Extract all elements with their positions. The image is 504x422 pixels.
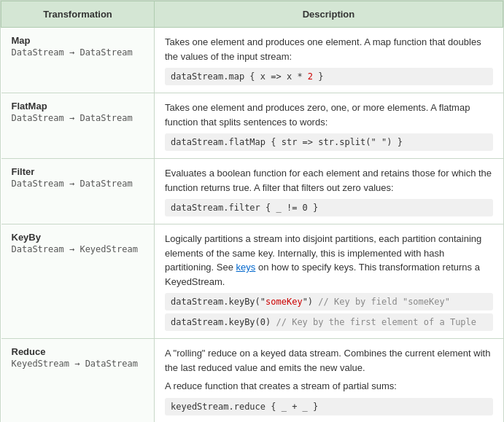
transform-name-filter: Filter	[12, 166, 144, 177]
code-block-keyby-1: dataStream.keyBy(0) // Key by the first …	[165, 313, 493, 331]
desc-text-keyby: Logically partitions a stream into disjo…	[165, 232, 493, 289]
desc-cell-map: Takes one element and produces one eleme…	[155, 28, 503, 93]
header-description: Description	[155, 1, 503, 28]
transform-cell-map: MapDataStream → DataStream	[1, 28, 155, 93]
transform-type-keyby: DataStream → KeyedStream	[12, 244, 144, 254]
code-block-flatmap-0: dataStream.flatMap { str => str.split(" …	[165, 133, 493, 151]
transformation-table: Transformation Description MapDataStream…	[1, 1, 503, 422]
transform-name-reduce: Reduce	[12, 346, 144, 357]
transform-cell-flatmap: FlatMapDataStream → DataStream	[1, 93, 155, 159]
transform-type-filter: DataStream → DataStream	[12, 179, 144, 189]
code-block-keyby-0: dataStream.keyBy("someKey") // Key by fi…	[165, 293, 493, 310]
desc-cell-flatmap: Takes one element and produces zero, one…	[155, 93, 503, 159]
transform-name-keyby: KeyBy	[12, 232, 144, 243]
main-table-container: Transformation Description MapDataStream…	[0, 0, 504, 422]
desc-cell-reduce: A "rolling" reduce on a keyed data strea…	[155, 339, 503, 423]
transform-cell-reduce: ReduceKeyedStream → DataStream	[1, 339, 155, 423]
code-block-map-0: dataStream.map { x => x * 2 }	[165, 68, 493, 85]
transform-cell-filter: FilterDataStream → DataStream	[1, 159, 155, 224]
transform-cell-keyby: KeyByDataStream → KeyedStream	[1, 224, 155, 339]
header-transformation: Transformation	[1, 1, 155, 28]
desc-link-keyby[interactable]: keys	[236, 262, 256, 273]
transform-name-flatmap: FlatMap	[12, 101, 144, 112]
transform-type-flatmap: DataStream → DataStream	[12, 113, 144, 123]
transform-name-map: Map	[12, 35, 144, 46]
desc-text-map: Takes one element and produces one eleme…	[165, 35, 493, 63]
code-block-filter-0: dataStream.filter { _ != 0 }	[165, 199, 493, 216]
desc-text-reduce: A "rolling" reduce on a keyed data strea…	[165, 346, 493, 375]
transform-type-reduce: KeyedStream → DataStream	[12, 359, 144, 369]
transform-type-map: DataStream → DataStream	[12, 47, 144, 58]
desc-text-filter: Evaluates a boolean function for each el…	[165, 166, 493, 195]
code-block-reduce-0: keyedStream.reduce { _ + _ }	[165, 398, 493, 415]
desc-text2-reduce: A reduce function that creates a stream …	[165, 379, 493, 394]
desc-cell-filter: Evaluates a boolean function for each el…	[155, 159, 503, 224]
desc-cell-keyby: Logically partitions a stream into disjo…	[155, 224, 503, 339]
desc-text-flatmap: Takes one element and produces zero, one…	[165, 101, 493, 129]
